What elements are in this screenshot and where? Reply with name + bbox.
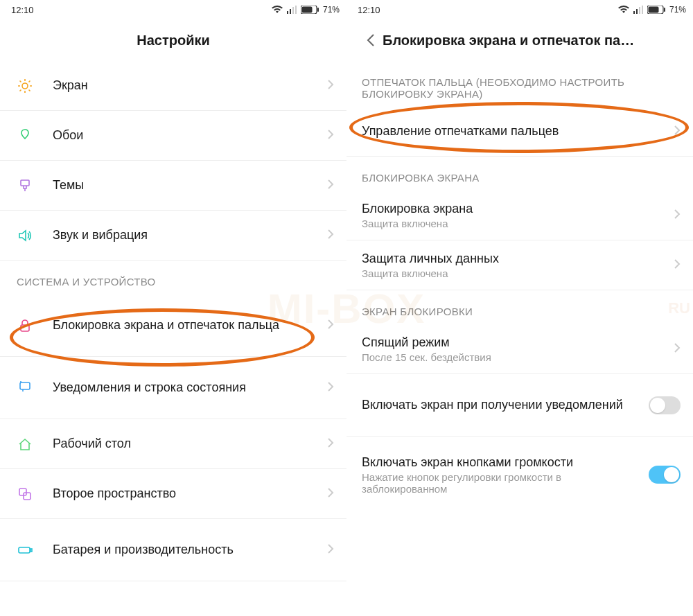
chevron-right-icon	[668, 209, 681, 222]
row-label: Спящий режим	[362, 335, 668, 351]
row-label: Включать экран кнопками громкости	[362, 455, 649, 470]
row-label: Включать экран при получении уведомлений	[362, 397, 649, 413]
chevron-right-icon	[322, 79, 334, 93]
status-bar: 12:10 71%	[346, 0, 693, 19]
signal-icon	[287, 6, 297, 14]
row-sublabel: После 15 сек. бездействия	[362, 351, 668, 363]
right-screenshot: 12:10 71% Блокировка экрана и отпечаток …	[346, 0, 693, 616]
svg-rect-21	[664, 8, 665, 12]
status-right: 71%	[618, 5, 686, 15]
svg-rect-10	[20, 382, 30, 389]
row-sublabel: Защита включена	[362, 267, 668, 279]
battery-icon	[647, 6, 665, 14]
row-wake-on-notification[interactable]: Включать экран при получении уведомлений	[346, 374, 693, 437]
chevron-right-icon	[668, 125, 681, 139]
svg-rect-11	[19, 489, 26, 495]
section-label: БЛОКИРОВКА ЭКРАНА	[362, 172, 480, 184]
back-button[interactable]	[359, 33, 383, 47]
section-system: СИСТЕМА И УСТРОЙСТВО	[0, 261, 346, 294]
svg-rect-13	[19, 547, 30, 553]
row-sleep[interactable]: Спящий режим После 15 сек. бездействия	[346, 324, 693, 374]
svg-rect-12	[24, 493, 30, 500]
row-home-screen[interactable]: Рабочий стол	[0, 419, 346, 469]
row-label: Управление отпечатками пальцев	[362, 123, 668, 139]
battery-perf-icon	[17, 542, 53, 558]
chevron-right-icon	[322, 381, 334, 395]
brush-icon	[17, 177, 53, 194]
row-label: Обои	[53, 127, 322, 143]
row-manage-fingerprints[interactable]: Управление отпечатками пальцев	[346, 107, 693, 157]
section-lock-screen: ЭКРАН БЛОКИРОВКИ	[346, 290, 693, 324]
svg-rect-6	[317, 8, 319, 12]
row-display[interactable]: Экран	[0, 61, 346, 111]
chevron-right-icon	[322, 437, 334, 451]
row-label: Рабочий стол	[53, 436, 322, 452]
second-space-icon	[17, 486, 53, 502]
row-notifications[interactable]: Уведомления и строка состояния	[0, 357, 346, 419]
lock-icon	[17, 317, 53, 334]
row-label: Уведомления и строка состояния	[53, 380, 322, 396]
header: Настройки	[0, 19, 346, 61]
svg-rect-8	[21, 180, 29, 186]
row-sound[interactable]: Звук и вибрация	[0, 211, 346, 261]
toggle-wake-on-notification[interactable]	[649, 396, 681, 414]
chevron-left-icon	[367, 33, 375, 47]
header: Блокировка экрана и отпечаток па…	[346, 19, 693, 61]
svg-rect-3	[295, 6, 297, 14]
svg-rect-9	[21, 325, 29, 331]
row-label: Темы	[53, 177, 322, 193]
svg-rect-2	[292, 7, 294, 14]
row-wake-with-volume[interactable]: Включать экран кнопками громкости Нажати…	[346, 437, 693, 513]
chevron-right-icon	[668, 258, 681, 272]
svg-rect-15	[633, 11, 635, 14]
svg-rect-0	[287, 11, 288, 14]
battery-percent: 71%	[323, 5, 340, 15]
chevron-right-icon	[322, 487, 334, 501]
battery-icon	[301, 6, 319, 14]
sun-icon	[17, 78, 53, 94]
page-title: Настройки	[137, 33, 210, 49]
row-label: Блокировка экрана и отпечаток пальца	[53, 317, 322, 333]
status-time: 12:10	[11, 5, 34, 15]
toggle-wake-with-volume[interactable]	[649, 466, 681, 484]
row-wallpaper[interactable]: Обои	[0, 111, 346, 161]
row-label: Защита личных данных	[362, 251, 668, 267]
chevron-right-icon	[322, 179, 334, 193]
row-second-space[interactable]: Второе пространство	[0, 469, 346, 519]
svg-point-7	[22, 83, 28, 89]
row-label: Экран	[53, 78, 322, 94]
status-time: 12:10	[358, 5, 380, 15]
section-screen-lock: БЛОКИРОВКА ЭКРАНА	[346, 157, 693, 191]
row-battery[interactable]: Батарея и производительность	[0, 519, 346, 581]
svg-rect-16	[636, 9, 638, 14]
svg-rect-18	[642, 6, 643, 14]
status-bar: 12:10 71%	[0, 0, 346, 19]
flower-icon	[17, 127, 53, 144]
chevron-right-icon	[322, 229, 334, 243]
row-themes[interactable]: Темы	[0, 161, 346, 211]
row-label: Второе пространство	[53, 486, 322, 502]
section-label: ЭКРАН БЛОКИРОВКИ	[362, 306, 473, 317]
row-screen-lock[interactable]: Блокировка экрана Защита включена	[346, 191, 693, 240]
wifi-icon	[618, 6, 629, 14]
settings-list: Экран Обои Темы Звук и вибрация СИС	[0, 61, 346, 581]
battery-percent: 71%	[669, 5, 686, 15]
svg-rect-17	[639, 7, 640, 14]
chevron-right-icon	[322, 129, 334, 143]
home-icon	[17, 436, 53, 452]
row-privacy-protection[interactable]: Защита личных данных Защита включена	[346, 240, 693, 290]
notification-icon	[17, 380, 53, 396]
section-fingerprint: ОТПЕЧАТОК ПАЛЬЦА (НЕОБХОДИМО НАСТРОИТЬ Б…	[346, 61, 693, 107]
row-sublabel: Защита включена	[362, 218, 668, 229]
speaker-icon	[17, 227, 53, 244]
wifi-icon	[272, 6, 283, 14]
row-lockscreen-fingerprint[interactable]: Блокировка экрана и отпечаток пальца	[0, 294, 346, 357]
row-label: Батарея и производительность	[53, 542, 322, 558]
chevron-right-icon	[322, 543, 334, 557]
chevron-right-icon	[322, 319, 334, 333]
svg-rect-20	[648, 7, 658, 13]
row-label: Звук и вибрация	[53, 227, 322, 243]
svg-rect-14	[30, 549, 32, 552]
left-screenshot: 12:10 71% Настройки Экран Обои	[0, 0, 346, 616]
row-sublabel: Нажатие кнопок регулировки громкости в з…	[362, 471, 649, 495]
